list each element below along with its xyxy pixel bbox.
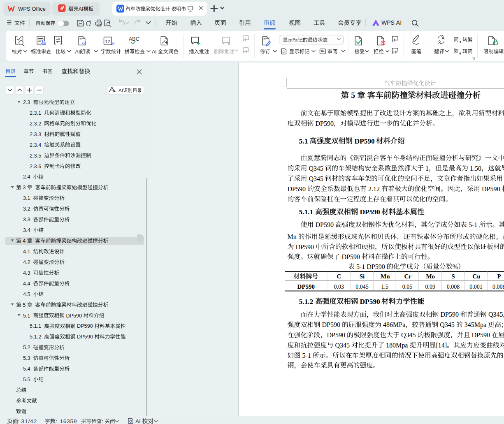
svg-text:4.1: 4.1 (23, 249, 30, 255)
svg-text:31/42: 31/42 (21, 418, 37, 424)
svg-text:2.12: 2.12 (368, 185, 380, 192)
svg-text:A: A (442, 36, 445, 40)
svg-text:5: 5 (351, 90, 355, 100)
svg-text::: : (56, 418, 57, 424)
svg-text:Q345: Q345 (309, 165, 324, 172)
svg-text:5-1: 5-1 (302, 352, 311, 359)
svg-text:Q345: Q345 (335, 342, 350, 349)
svg-text:2.3.6: 2.3.6 (30, 164, 41, 169)
svg-text:4: 4 (23, 238, 26, 244)
svg-text:5.1.2: 5.1.2 (299, 297, 314, 306)
svg-text:AI: AI (396, 19, 402, 26)
svg-text:ABC: ABC (129, 36, 139, 42)
svg-text:DP590: DP590 (360, 208, 381, 216)
svg-text:0.008: 0.008 (447, 284, 460, 290)
svg-text:5.1.2: 5.1.2 (30, 334, 41, 340)
svg-text:5-1: 5-1 (469, 221, 477, 228)
svg-text:Office: Office (32, 6, 46, 12)
svg-text:2.3.3: 2.3.3 (30, 132, 41, 137)
svg-text:12: 12 (105, 39, 110, 44)
svg-text:WPS: WPS (18, 6, 30, 12)
svg-text:2.3: 2.3 (23, 100, 30, 105)
svg-text:DP590: DP590 (322, 321, 340, 328)
svg-text:3: 3 (23, 185, 26, 190)
svg-text:Cu: Cu (472, 273, 480, 280)
svg-text:DP590: DP590 (327, 331, 345, 338)
svg-text:1: 1 (425, 165, 429, 172)
svg-text:0.05: 0.05 (402, 284, 413, 290)
svg-text:DP590: DP590 (297, 283, 315, 290)
svg-text:DP590: DP590 (355, 137, 375, 145)
svg-text:4.5: 4.5 (23, 292, 30, 297)
svg-text:DP590: DP590 (288, 185, 306, 192)
svg-text:16359: 16359 (60, 418, 77, 424)
svg-text:3.3: 3.3 (23, 217, 30, 222)
svg-text:345Mpa: 345Mpa (465, 321, 486, 329)
svg-text:DP590: DP590 (360, 297, 381, 306)
svg-text:3.1: 3.1 (23, 195, 30, 201)
svg-text:5.1: 5.1 (299, 137, 308, 145)
svg-text:5.2: 5.2 (23, 345, 30, 350)
svg-text:DP590: DP590 (482, 185, 500, 192)
svg-text:DP590: DP590 (316, 221, 334, 228)
svg-text:Q345: Q345 (401, 331, 416, 338)
svg-text:0.09: 0.09 (425, 284, 436, 290)
svg-text:1.5: 1.5 (381, 284, 389, 290)
svg-text::: : (18, 418, 20, 424)
svg-text:0.008: 0.008 (492, 284, 504, 290)
svg-text:DP590: DP590 (77, 334, 93, 340)
svg-text:5: 5 (23, 302, 26, 308)
svg-text:4.2: 4.2 (23, 259, 30, 265)
svg-text:2.4: 2.4 (23, 174, 30, 180)
svg-text::: : (102, 419, 103, 424)
svg-text:AI: AI (118, 88, 123, 93)
svg-text:Si: Si (360, 273, 365, 280)
svg-text:5.4: 5.4 (23, 366, 30, 372)
svg-text:DP590: DP590 (441, 311, 459, 318)
svg-text:AI: AI (135, 418, 141, 424)
svg-text:3.2: 3.2 (23, 206, 30, 212)
svg-text:Mn: Mn (381, 273, 390, 280)
svg-text:DP590: DP590 (296, 243, 314, 250)
svg-text:2.3.5: 2.3.5 (30, 153, 41, 159)
svg-text:Mo: Mo (426, 273, 435, 280)
svg-text:Q345: Q345 (309, 175, 324, 182)
svg-text:DP590: DP590 (66, 313, 82, 319)
svg-text:5.1.1: 5.1.1 (299, 208, 314, 216)
svg-text:1.50: 1.50 (470, 165, 481, 172)
svg-text:0.045: 0.045 (355, 284, 369, 290)
svg-text:DP590: DP590 (342, 253, 360, 260)
svg-text:Q345,: Q345, (488, 311, 504, 318)
svg-text:4.4: 4.4 (23, 281, 30, 287)
svg-text:DP590: DP590 (77, 323, 93, 329)
svg-text:5.1: 5.1 (23, 313, 30, 319)
svg-text:WPS: WPS (381, 19, 395, 26)
svg-text:Cr: Cr (404, 273, 412, 280)
svg-text:3.4: 3.4 (23, 227, 30, 233)
svg-text:Q345: Q345 (440, 321, 455, 328)
svg-text:5.3: 5.3 (23, 355, 30, 361)
svg-text:0.03: 0.03 (334, 284, 344, 290)
svg-text:Mn: Mn (288, 233, 297, 240)
svg-text:2.3.1: 2.3.1 (30, 110, 41, 116)
svg-text:180Mpa: 180Mpa (386, 342, 408, 349)
svg-text:S: S (451, 273, 455, 280)
svg-text:5.1.1: 5.1.1 (30, 323, 41, 329)
svg-text:AI: AI (152, 49, 157, 55)
svg-text:DP590: DP590 (316, 120, 334, 127)
svg-text:2.3.2: 2.3.2 (30, 121, 41, 127)
svg-text:DP590: DP590 (367, 263, 385, 270)
svg-text:5.5: 5.5 (23, 377, 30, 382)
svg-text:4.3: 4.3 (23, 270, 30, 276)
svg-text:[14]: [14] (436, 342, 447, 349)
svg-text:C: C (337, 273, 341, 280)
svg-text:486MPa: 486MPa (383, 321, 405, 328)
svg-text:P: P (497, 273, 501, 280)
svg-text:DP590: DP590 (472, 331, 490, 338)
svg-text:AI: AI (75, 49, 80, 55)
svg-text:0.001: 0.001 (469, 284, 483, 290)
svg-text:AI: AI (79, 6, 84, 12)
svg-text:%: % (453, 263, 458, 270)
svg-text:2.3.4: 2.3.4 (30, 142, 41, 148)
svg-text:5-1: 5-1 (356, 263, 365, 270)
